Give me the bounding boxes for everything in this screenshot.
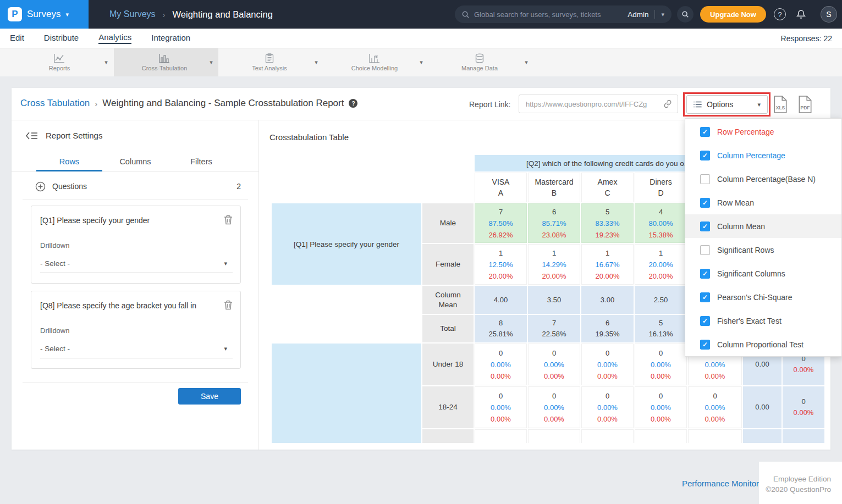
toolbar-item-choice-modelling[interactable]: Choice Modelling ▾ bbox=[324, 48, 428, 76]
report-url-input[interactable] bbox=[526, 100, 663, 108]
link-icon[interactable] bbox=[663, 99, 672, 108]
collapse-panel-icon[interactable] bbox=[26, 131, 38, 140]
surveys-product-menu[interactable]: P Surveys ▾ bbox=[0, 0, 89, 29]
crosstab-cell: 00.00%0.00% bbox=[635, 344, 687, 385]
options-menu-item-column-percentage[interactable]: Column Percentage bbox=[685, 143, 841, 167]
question-card-q8: [Q8] Please specify the age bracket you … bbox=[31, 291, 241, 369]
cross-tabulation-link[interactable]: Cross Tabulation bbox=[20, 98, 90, 109]
question-title: [Q8] Please specify the age bracket you … bbox=[40, 301, 211, 310]
drilldown-select[interactable]: - Select - ▾ bbox=[40, 254, 233, 273]
options-button[interactable]: Options ▾ bbox=[686, 95, 768, 114]
tab-filters[interactable]: Filters bbox=[168, 153, 234, 171]
options-menu-item-pearsons-chi-square[interactable]: Pearson's Chi-Square bbox=[685, 285, 841, 309]
options-menu-item-row-percentage[interactable]: Row Percentage bbox=[685, 120, 841, 143]
menu-item-label: Significant Rows bbox=[717, 246, 774, 254]
tab-columns[interactable]: Columns bbox=[102, 153, 168, 171]
product-name: Surveys bbox=[27, 9, 60, 20]
options-menu-item-row-mean[interactable]: Row Mean bbox=[685, 191, 841, 214]
global-search[interactable]: Admin ▾ bbox=[455, 5, 672, 23]
crosstab-row-label: Under 18 bbox=[422, 344, 474, 385]
checkbox-icon[interactable] bbox=[700, 245, 710, 255]
chevron-down-icon[interactable]: ▾ bbox=[309, 48, 323, 76]
toolbar-item-cross-tabulation[interactable]: Cross-Tabulation ▾ bbox=[114, 48, 218, 76]
toolbar-item-label: Choice Modelling bbox=[351, 65, 398, 71]
toolbar-item-manage-data[interactable]: Manage Data ▾ bbox=[429, 48, 533, 76]
report-breadcrumb: Cross Tabulation › Weighting and Balanci… bbox=[20, 98, 357, 109]
tab-analytics[interactable]: Analytics bbox=[98, 32, 131, 44]
search-scope-caret-icon[interactable]: ▾ bbox=[661, 12, 664, 18]
delete-question-button[interactable] bbox=[224, 300, 233, 312]
checkbox-icon[interactable] bbox=[700, 221, 710, 231]
crosstab-row-label: 18-24 bbox=[422, 386, 474, 428]
crosstab-cell: 00.00%0.00% bbox=[528, 344, 580, 385]
crosstab-cell: 583.33%19.23% bbox=[581, 203, 634, 243]
questions-count: 2 bbox=[236, 182, 241, 191]
checkbox-icon[interactable] bbox=[700, 174, 710, 184]
save-button[interactable]: Save bbox=[178, 388, 241, 405]
crosstab-cell: 3.50 bbox=[528, 286, 580, 314]
options-menu-item-column-mean[interactable]: Column Mean bbox=[685, 214, 841, 238]
menu-item-label: Pearson's Chi-Square bbox=[717, 293, 793, 302]
crosstab-cell: 480.00%15.38% bbox=[635, 203, 687, 243]
export-pdf-button[interactable]: PDF bbox=[797, 96, 813, 113]
menu-item-label: Column Percentage(Base N) bbox=[717, 175, 816, 184]
toolbar-item-text-analysis[interactable]: Text Analysis ▾ bbox=[219, 48, 323, 76]
tab-integration[interactable]: Integration bbox=[151, 33, 190, 43]
checkbox-icon[interactable] bbox=[700, 127, 710, 137]
options-menu-item-significant-columns[interactable]: Significant Columns bbox=[685, 262, 841, 285]
notifications-bell-icon[interactable] bbox=[796, 9, 806, 20]
database-icon bbox=[475, 53, 485, 63]
analytics-toolbar: Reports ▾ Cross-Tabulation ▾ Text Analys… bbox=[0, 48, 842, 76]
checkbox-icon[interactable] bbox=[700, 340, 710, 350]
menu-item-label: Row Mean bbox=[717, 198, 754, 207]
global-search-input[interactable] bbox=[474, 10, 628, 19]
breadcrumb-my-surveys[interactable]: My Surveys bbox=[109, 9, 156, 19]
search-scope-divider bbox=[654, 10, 655, 19]
user-avatar[interactable]: S bbox=[821, 6, 837, 23]
tab-distribute[interactable]: Distribute bbox=[44, 33, 79, 43]
options-menu-item-fishers-exact-test[interactable]: Fisher's Exact Test bbox=[685, 309, 841, 333]
divider bbox=[23, 199, 248, 200]
options-menu-item-column-percentage-base-n[interactable]: Column Percentage(Base N) bbox=[685, 167, 841, 191]
crosstab-column-header: VISAA bbox=[475, 173, 527, 202]
search-scope-admin[interactable]: Admin bbox=[628, 10, 648, 19]
search-button[interactable] bbox=[677, 6, 694, 23]
help-icon[interactable]: ? bbox=[349, 99, 357, 108]
options-menu-item-column-proportional-test[interactable]: Column Proportional Test bbox=[685, 333, 841, 356]
tab-rows[interactable]: Rows bbox=[36, 153, 102, 171]
checkbox-icon[interactable] bbox=[700, 269, 710, 279]
crosstab-cell: 619.35% bbox=[581, 315, 634, 342]
breadcrumb-separator-icon: › bbox=[163, 10, 166, 19]
chevron-down-icon[interactable]: ▾ bbox=[519, 48, 533, 76]
chevron-down-icon: ▾ bbox=[224, 261, 227, 267]
questionpro-app: P Surveys ▾ My Surveys › Weighting and B… bbox=[0, 0, 842, 504]
toolbar-item-reports[interactable]: Reports ▾ bbox=[9, 48, 113, 76]
tab-edit[interactable]: Edit bbox=[10, 33, 24, 43]
upgrade-now-button[interactable]: Upgrade Now bbox=[700, 6, 766, 23]
checkbox-icon[interactable] bbox=[700, 316, 710, 326]
add-question-icon[interactable] bbox=[35, 181, 46, 192]
crosstab-cell: 116.67%20.00% bbox=[581, 244, 634, 285]
delete-question-button[interactable] bbox=[224, 215, 233, 226]
crosstab-cell: 0.00 bbox=[743, 386, 782, 428]
options-button-label: Options bbox=[707, 100, 733, 109]
performance-monitor-link[interactable]: Performance Monitor bbox=[682, 479, 759, 488]
drilldown-select[interactable]: - Select - ▾ bbox=[40, 340, 233, 358]
export-xls-button[interactable]: XLS bbox=[772, 96, 789, 113]
breadcrumb-separator-icon: › bbox=[95, 99, 97, 108]
options-menu-item-significant-rows[interactable]: Significant Rows bbox=[685, 238, 841, 262]
checkbox-icon[interactable] bbox=[700, 292, 710, 302]
crosstab-cell: 787.50%26.92% bbox=[475, 203, 527, 243]
survey-nav-tabs: Edit Distribute Analytics Integration Re… bbox=[0, 29, 842, 48]
chevron-down-icon[interactable]: ▾ bbox=[99, 48, 113, 76]
chevron-down-icon[interactable]: ▾ bbox=[204, 48, 218, 76]
chevron-down-icon[interactable]: ▾ bbox=[414, 48, 428, 76]
help-icon[interactable]: ? bbox=[774, 8, 786, 20]
questionpro-logo[interactable]: P bbox=[8, 7, 22, 21]
crosstab-table-title: Crosstabulation Table bbox=[269, 132, 349, 142]
checkbox-icon[interactable] bbox=[700, 198, 710, 208]
xls-label: XLS bbox=[776, 105, 785, 110]
checkbox-icon[interactable] bbox=[700, 151, 710, 160]
edition-info: Employee Edition ©2020 QuestionPro bbox=[759, 462, 842, 504]
pdf-label: PDF bbox=[800, 105, 810, 110]
